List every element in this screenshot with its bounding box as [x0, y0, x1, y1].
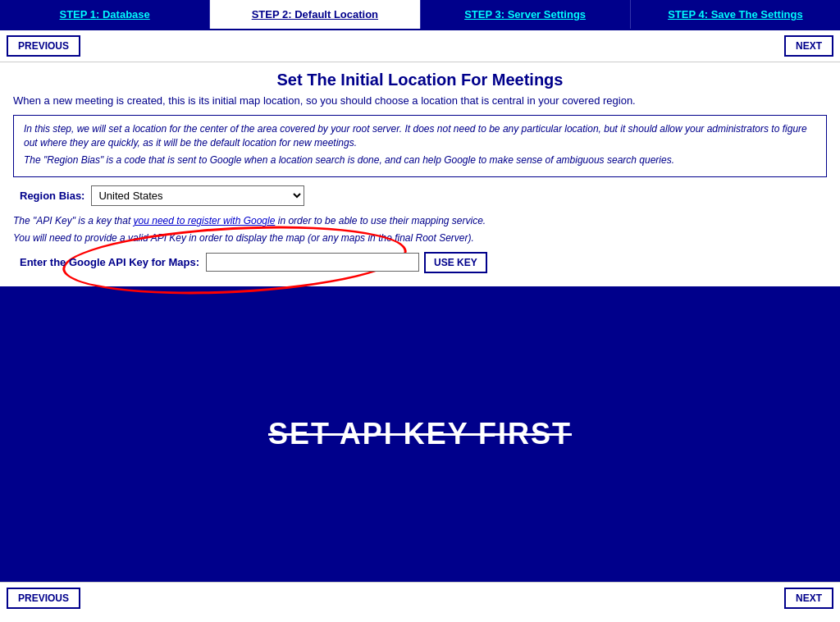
next-button-top[interactable]: NEXT [784, 35, 833, 57]
top-button-row: PREVIOUS NEXT [0, 30, 840, 62]
google-register-link[interactable]: you need to register with Google [134, 215, 276, 226]
api-info-text-2: You will need to provide a valid API Key… [13, 231, 827, 245]
bottom-button-row: PREVIOUS NEXT [0, 582, 840, 614]
nav-step-1[interactable]: STEP 1: Database [0, 0, 210, 29]
next-button-bottom[interactable]: NEXT [784, 588, 833, 609]
nav-step-4-label: STEP 4: Save The Settings [668, 8, 802, 21]
nav-step-4[interactable]: STEP 4: Save The Settings [631, 0, 840, 29]
nav-step-3[interactable]: STEP 3: Server Settings [421, 0, 631, 29]
nav-step-3-label: STEP 3: Server Settings [464, 8, 586, 21]
nav-step-1-label: STEP 1: Database [59, 8, 149, 21]
info-box: In this step, we will set a location for… [13, 115, 827, 177]
nav-step-2-label: STEP 2: Default Location [252, 8, 378, 21]
map-area: SET API KEY FIRST [0, 286, 840, 582]
use-key-button[interactable]: USE KEY [424, 252, 487, 273]
api-info-text-1: The "API Key" is a key that you need to … [13, 214, 827, 228]
info-text-2: The "Region Bias" is a code that is sent… [24, 153, 816, 167]
info-text-1: In this step, we will set a location for… [24, 122, 816, 150]
region-bias-select[interactable]: United States Canada United Kingdom Aust… [91, 185, 304, 206]
api-key-row: Enter the Google API Key for Maps: USE K… [13, 252, 827, 273]
region-bias-label: Region Bias: [20, 190, 84, 202]
region-bias-row: Region Bias: United States Canada United… [13, 185, 827, 206]
top-navigation: STEP 1: Database STEP 2: Default Locatio… [0, 0, 840, 30]
api-key-section: Enter the Google API Key for Maps: USE K… [13, 252, 827, 273]
page-subtitle: When a new meeting is created, this is i… [13, 94, 827, 107]
api-key-input[interactable] [206, 253, 419, 272]
api-key-label: Enter the Google API Key for Maps: [20, 256, 199, 268]
nav-step-2[interactable]: STEP 2: Default Location [210, 0, 420, 29]
page-title: Set The Initial Location For Meetings [13, 71, 827, 89]
main-content: Set The Initial Location For Meetings Wh… [0, 62, 840, 286]
previous-button-top[interactable]: PREVIOUS [7, 35, 80, 57]
map-placeholder-text: SET API KEY FIRST [268, 417, 572, 451]
previous-button-bottom[interactable]: PREVIOUS [7, 588, 80, 609]
